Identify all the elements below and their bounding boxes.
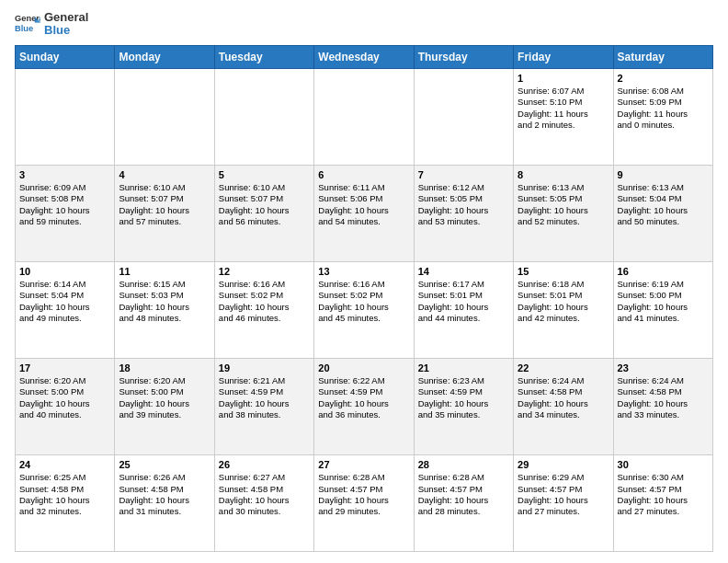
day-cell-1: 1Sunrise: 6:07 AMSunset: 5:10 PMDaylight… bbox=[514, 68, 613, 165]
day-info: Daylight: 10 hours bbox=[219, 302, 310, 313]
day-info: Sunset: 4:58 PM bbox=[618, 386, 709, 397]
day-info: Daylight: 10 hours bbox=[219, 398, 310, 409]
day-info: Sunrise: 6:18 AM bbox=[518, 279, 609, 290]
empty-cell bbox=[314, 68, 414, 165]
day-info: Sunset: 5:02 PM bbox=[219, 290, 310, 301]
day-number: 27 bbox=[318, 458, 409, 471]
day-info: Daylight: 10 hours bbox=[19, 495, 110, 506]
day-info: and 49 minutes. bbox=[19, 313, 110, 324]
day-info: Daylight: 10 hours bbox=[119, 398, 210, 409]
day-info: Daylight: 10 hours bbox=[518, 495, 609, 506]
day-info: Sunrise: 6:07 AM bbox=[518, 86, 609, 97]
day-number: 30 bbox=[618, 458, 709, 471]
day-cell-10: 10Sunrise: 6:14 AMSunset: 5:04 PMDayligh… bbox=[16, 261, 115, 358]
day-info: Sunset: 4:58 PM bbox=[19, 484, 110, 495]
col-header-thursday: Thursday bbox=[414, 45, 513, 68]
day-info: Daylight: 10 hours bbox=[318, 398, 409, 409]
day-cell-28: 28Sunrise: 6:28 AMSunset: 4:57 PMDayligh… bbox=[414, 454, 513, 551]
day-number: 17 bbox=[19, 362, 110, 374]
day-info: and 46 minutes. bbox=[219, 313, 310, 324]
day-cell-13: 13Sunrise: 6:16 AMSunset: 5:02 PMDayligh… bbox=[314, 261, 414, 358]
day-info: and 44 minutes. bbox=[418, 313, 509, 324]
day-cell-9: 9Sunrise: 6:13 AMSunset: 5:04 PMDaylight… bbox=[613, 165, 712, 261]
day-info: Daylight: 10 hours bbox=[219, 205, 310, 216]
day-cell-4: 4Sunrise: 6:10 AMSunset: 5:07 PMDaylight… bbox=[115, 165, 214, 261]
day-info: Sunrise: 6:08 AM bbox=[618, 86, 709, 97]
day-number: 5 bbox=[219, 168, 310, 181]
day-info: Sunset: 5:10 PM bbox=[518, 97, 609, 108]
day-info: Daylight: 10 hours bbox=[418, 302, 509, 313]
day-number: 1 bbox=[518, 72, 609, 85]
day-info: Sunset: 4:59 PM bbox=[418, 386, 509, 397]
day-info: Daylight: 10 hours bbox=[618, 398, 709, 409]
day-cell-7: 7Sunrise: 6:12 AMSunset: 5:05 PMDaylight… bbox=[414, 165, 513, 261]
logo-icon: General Blue bbox=[15, 11, 40, 37]
day-cell-8: 8Sunrise: 6:13 AMSunset: 5:05 PMDaylight… bbox=[514, 165, 613, 261]
day-info: Sunset: 4:59 PM bbox=[219, 386, 310, 397]
day-info: Sunrise: 6:21 AM bbox=[219, 375, 310, 386]
day-info: Daylight: 10 hours bbox=[518, 205, 609, 216]
day-cell-6: 6Sunrise: 6:11 AMSunset: 5:06 PMDaylight… bbox=[314, 165, 414, 261]
day-info: Sunrise: 6:23 AM bbox=[418, 375, 509, 386]
day-info: Sunset: 4:58 PM bbox=[518, 386, 609, 397]
day-info: Daylight: 10 hours bbox=[19, 398, 110, 409]
day-info: Sunset: 5:02 PM bbox=[318, 290, 409, 301]
day-number: 20 bbox=[318, 362, 409, 374]
day-info: Daylight: 11 hours bbox=[518, 109, 609, 120]
day-cell-30: 30Sunrise: 6:30 AMSunset: 4:57 PMDayligh… bbox=[613, 454, 712, 551]
day-info: and 40 minutes. bbox=[19, 409, 110, 420]
day-info: Daylight: 10 hours bbox=[318, 495, 409, 506]
week-row-2: 3Sunrise: 6:09 AMSunset: 5:08 PMDaylight… bbox=[16, 165, 713, 261]
day-number: 14 bbox=[418, 265, 509, 278]
day-info: Sunset: 5:06 PM bbox=[318, 193, 409, 204]
day-info: Daylight: 11 hours bbox=[618, 109, 709, 120]
day-cell-27: 27Sunrise: 6:28 AMSunset: 4:57 PMDayligh… bbox=[314, 454, 414, 551]
day-info: Sunrise: 6:27 AM bbox=[219, 472, 310, 483]
week-row-1: 1Sunrise: 6:07 AMSunset: 5:10 PMDaylight… bbox=[16, 68, 713, 165]
day-info: and 54 minutes. bbox=[318, 216, 409, 227]
col-header-friday: Friday bbox=[514, 45, 613, 68]
day-info: and 2 minutes. bbox=[518, 120, 609, 131]
day-number: 9 bbox=[618, 168, 709, 181]
day-cell-15: 15Sunrise: 6:18 AMSunset: 5:01 PMDayligh… bbox=[514, 261, 613, 358]
day-number: 10 bbox=[19, 265, 110, 278]
day-info: and 56 minutes. bbox=[219, 216, 310, 227]
day-info: Sunset: 5:05 PM bbox=[518, 193, 609, 204]
day-info: Sunrise: 6:22 AM bbox=[318, 375, 409, 386]
day-info: Daylight: 10 hours bbox=[219, 495, 310, 506]
day-info: Sunset: 5:00 PM bbox=[618, 290, 709, 301]
day-cell-12: 12Sunrise: 6:16 AMSunset: 5:02 PMDayligh… bbox=[214, 261, 313, 358]
day-info: Daylight: 10 hours bbox=[318, 302, 409, 313]
empty-cell bbox=[214, 68, 313, 165]
day-number: 2 bbox=[618, 72, 709, 85]
day-number: 24 bbox=[19, 458, 110, 471]
day-cell-14: 14Sunrise: 6:17 AMSunset: 5:01 PMDayligh… bbox=[414, 261, 513, 358]
day-info: Sunrise: 6:15 AM bbox=[119, 279, 210, 290]
day-info: and 28 minutes. bbox=[418, 506, 509, 517]
day-cell-2: 2Sunrise: 6:08 AMSunset: 5:09 PMDaylight… bbox=[613, 68, 712, 165]
day-info: and 50 minutes. bbox=[618, 216, 709, 227]
svg-text:Blue: Blue bbox=[15, 24, 33, 33]
day-cell-24: 24Sunrise: 6:25 AMSunset: 4:58 PMDayligh… bbox=[16, 454, 115, 551]
col-header-saturday: Saturday bbox=[613, 45, 712, 68]
calendar-header-row: SundayMondayTuesdayWednesdayThursdayFrid… bbox=[16, 45, 713, 68]
page: General Blue General Blue SundayMondayTu… bbox=[0, 0, 728, 563]
day-info: Sunset: 5:00 PM bbox=[19, 386, 110, 397]
day-info: and 41 minutes. bbox=[618, 313, 709, 324]
day-info: Sunset: 5:08 PM bbox=[19, 193, 110, 204]
day-info: Sunrise: 6:10 AM bbox=[119, 182, 210, 193]
day-info: Sunset: 4:57 PM bbox=[318, 484, 409, 495]
week-row-3: 10Sunrise: 6:14 AMSunset: 5:04 PMDayligh… bbox=[16, 261, 713, 358]
day-cell-3: 3Sunrise: 6:09 AMSunset: 5:08 PMDaylight… bbox=[16, 165, 115, 261]
day-info: Daylight: 10 hours bbox=[119, 205, 210, 216]
day-info: Sunset: 4:57 PM bbox=[418, 484, 509, 495]
day-info: and 36 minutes. bbox=[318, 409, 409, 420]
day-info: Sunrise: 6:10 AM bbox=[219, 182, 310, 193]
day-info: Daylight: 10 hours bbox=[119, 495, 210, 506]
day-info: Sunrise: 6:19 AM bbox=[618, 279, 709, 290]
day-info: and 48 minutes. bbox=[119, 313, 210, 324]
day-info: Daylight: 10 hours bbox=[618, 495, 709, 506]
day-info: Sunrise: 6:29 AM bbox=[518, 472, 609, 483]
day-number: 4 bbox=[119, 168, 210, 181]
day-info: and 33 minutes. bbox=[618, 409, 709, 420]
